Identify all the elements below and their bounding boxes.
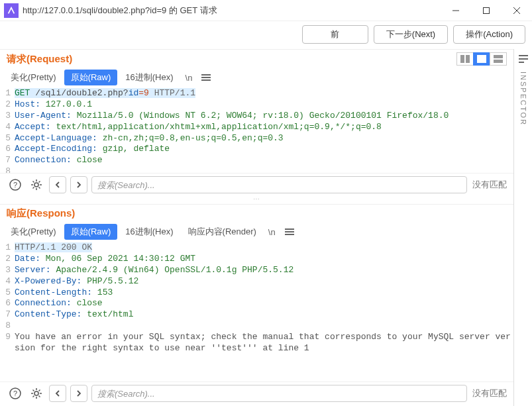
response-title: 响应(Respons) bbox=[7, 207, 75, 220]
maximize-button[interactable] bbox=[471, 0, 502, 21]
tab-pretty[interactable]: 美化(Pretty) bbox=[4, 70, 63, 85]
svg-text:?: ? bbox=[13, 389, 17, 397]
line-number: 5 bbox=[0, 133, 15, 144]
minimize-button[interactable] bbox=[441, 0, 471, 21]
response-search-input[interactable] bbox=[91, 385, 467, 402]
line-number: 7 bbox=[0, 155, 15, 166]
line-number: 2 bbox=[0, 99, 15, 111]
response-footer: ? 没有匹配 bbox=[0, 381, 513, 406]
inspector-toggle-icon[interactable] bbox=[517, 54, 529, 64]
svg-line-22 bbox=[39, 181, 40, 183]
svg-point-28 bbox=[34, 391, 38, 395]
line-number: 6 bbox=[0, 298, 15, 309]
next-match-button[interactable] bbox=[70, 385, 87, 402]
svg-point-14 bbox=[34, 183, 38, 187]
request-editor[interactable]: 1GET /sqli/double2.php?id=9 HTTP/1.1 2Ho… bbox=[0, 87, 513, 173]
response-editor[interactable]: 1HTTP/1.1 200 OK 2Date: Mon, 06 Sep 2021… bbox=[0, 241, 513, 381]
svg-line-34 bbox=[39, 396, 40, 397]
help-icon[interactable]: ? bbox=[7, 176, 24, 193]
svg-rect-6 bbox=[477, 55, 486, 63]
toolbar: 前 下一步(Next) 操作(Action) bbox=[0, 21, 532, 49]
response-tabs: 美化(Pretty) 原始(Raw) 16进制(Hex) 响应内容(Render… bbox=[0, 224, 513, 241]
response-section: 响应(Respons) 美化(Pretty) 原始(Raw) 16进制(Hex)… bbox=[0, 204, 513, 406]
svg-line-33 bbox=[33, 390, 34, 391]
request-section: 请求(Request) 美化(Pretty) 原始(Raw) 16进制(Hex)… bbox=[0, 49, 513, 197]
line-number: 4 bbox=[0, 276, 15, 287]
svg-rect-1 bbox=[484, 7, 490, 13]
request-footer: ? 没有匹配 bbox=[0, 173, 513, 197]
view-toggle bbox=[457, 52, 507, 66]
no-match-label: 没有匹配 bbox=[472, 179, 507, 191]
request-title: 请求(Request) bbox=[7, 53, 72, 66]
svg-line-21 bbox=[33, 187, 34, 189]
hamburger-icon[interactable] bbox=[197, 72, 215, 83]
back-button[interactable]: 前 bbox=[302, 25, 368, 44]
tab-newline[interactable]: \n bbox=[264, 225, 280, 239]
view-rows-icon[interactable] bbox=[490, 52, 507, 66]
line-number: 1 bbox=[0, 88, 15, 99]
gear-icon[interactable] bbox=[28, 176, 45, 193]
svg-line-36 bbox=[39, 390, 40, 391]
prev-match-button[interactable] bbox=[49, 176, 66, 193]
titlebar: http://127.0.0.1/sqli/double2.php?id=9 的… bbox=[0, 0, 532, 21]
svg-line-35 bbox=[33, 396, 34, 397]
line-number: 3 bbox=[0, 111, 15, 122]
request-search-input[interactable] bbox=[91, 176, 467, 193]
tab-newline[interactable]: \n bbox=[182, 71, 197, 85]
next-button[interactable]: 下一步(Next) bbox=[374, 25, 448, 44]
line-number: 1 bbox=[0, 242, 15, 254]
line-number: 8 bbox=[0, 321, 15, 332]
panels: 请求(Request) 美化(Pretty) 原始(Raw) 16进制(Hex)… bbox=[0, 49, 513, 406]
view-single-icon[interactable] bbox=[473, 52, 490, 66]
line-number: 9 bbox=[0, 332, 15, 354]
line-number: 8 bbox=[0, 166, 15, 173]
tab-raw[interactable]: 原始(Raw) bbox=[64, 70, 118, 85]
svg-line-20 bbox=[39, 187, 40, 189]
request-tabs: 美化(Pretty) 原始(Raw) 16进制(Hex) \n bbox=[0, 70, 513, 87]
line-number: 7 bbox=[0, 309, 15, 321]
line-number: 4 bbox=[0, 122, 15, 133]
main-area: 请求(Request) 美化(Pretty) 原始(Raw) 16进制(Hex)… bbox=[0, 49, 532, 406]
svg-rect-4 bbox=[460, 55, 464, 63]
line-number: 2 bbox=[0, 254, 15, 265]
line-number: 6 bbox=[0, 144, 15, 155]
svg-rect-7 bbox=[494, 55, 503, 58]
hamburger-icon[interactable] bbox=[281, 226, 298, 238]
action-button[interactable]: 操作(Action) bbox=[453, 25, 525, 44]
svg-line-19 bbox=[33, 181, 34, 183]
svg-rect-8 bbox=[494, 60, 503, 63]
no-match-label: 没有匹配 bbox=[472, 387, 507, 399]
gear-icon[interactable] bbox=[28, 385, 45, 402]
prev-match-button[interactable] bbox=[49, 385, 66, 402]
line-number: 5 bbox=[0, 287, 15, 299]
app-icon bbox=[4, 3, 19, 18]
tab-raw[interactable]: 原始(Raw) bbox=[64, 224, 118, 240]
tab-render[interactable]: 响应内容(Render) bbox=[182, 224, 263, 240]
help-icon[interactable]: ? bbox=[7, 385, 24, 402]
inspector-label[interactable]: INSPECTOR bbox=[519, 72, 527, 126]
view-columns-icon[interactable] bbox=[456, 52, 474, 66]
tab-pretty[interactable]: 美化(Pretty) bbox=[4, 224, 63, 240]
svg-text:?: ? bbox=[13, 181, 17, 189]
svg-rect-5 bbox=[466, 55, 470, 63]
tab-hex[interactable]: 16进制(Hex) bbox=[119, 70, 180, 85]
splitter-handle[interactable]: ⋯ bbox=[0, 197, 513, 204]
tab-hex[interactable]: 16进制(Hex) bbox=[119, 224, 180, 240]
line-number: 3 bbox=[0, 265, 15, 276]
close-button[interactable] bbox=[502, 0, 532, 21]
window-title: http://127.0.0.1/sqli/double2.php?id=9 的… bbox=[23, 5, 441, 17]
inspector-rail: INSPECTOR bbox=[513, 49, 532, 406]
next-match-button[interactable] bbox=[70, 176, 87, 193]
